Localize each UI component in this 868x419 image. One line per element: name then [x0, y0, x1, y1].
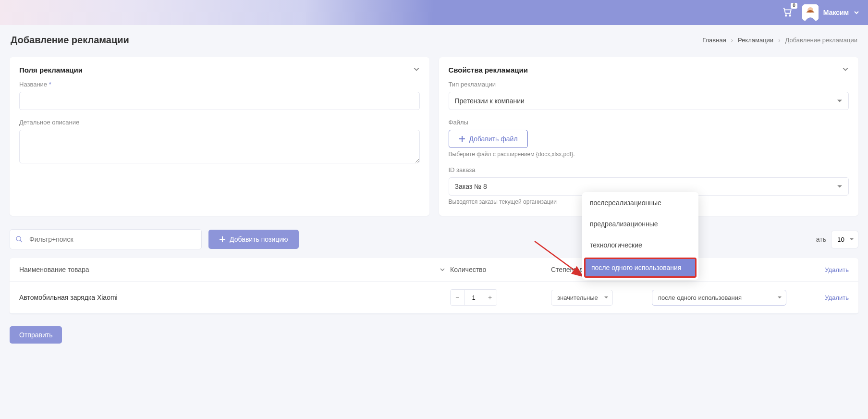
dropdown-option[interactable]: послереализационные: [582, 192, 698, 213]
submit-button[interactable]: Отправить: [10, 326, 62, 344]
desc-textarea[interactable]: [19, 130, 420, 163]
svg-point-0: [785, 14, 787, 16]
chevron-right-icon: ›: [778, 37, 780, 44]
add-position-button[interactable]: Добавить позицию: [208, 230, 299, 249]
th-qty: Количество: [450, 266, 546, 273]
search-input[interactable]: [10, 229, 202, 249]
svg-point-4: [16, 236, 21, 241]
quantity-stepper: − +: [450, 289, 497, 306]
fields-card-title: Поля рекламации: [19, 66, 83, 74]
table-header: Наименование товара Количество Степень д…: [10, 258, 858, 282]
cart-button[interactable]: 0: [782, 7, 793, 19]
page-title: Добавление рекламации: [11, 35, 129, 46]
username: Максим: [823, 9, 849, 16]
desc-label: Детальное описание: [19, 119, 420, 126]
chevron-right-icon: ›: [731, 37, 733, 44]
plus-icon: [459, 136, 465, 142]
th-name: Наименование товара: [19, 266, 89, 273]
add-file-button[interactable]: Добавить файл: [449, 130, 528, 148]
table-row: Автомобильная зарядка Xiaomi − + значите…: [10, 282, 858, 314]
files-hint: Выберите файл с расширением {docx,xlsx,p…: [449, 151, 849, 158]
topbar: 0 Максим: [0, 0, 868, 25]
collapse-button[interactable]: [413, 66, 420, 74]
positions-table: Наименование товара Количество Степень д…: [10, 258, 858, 314]
search-icon: [15, 235, 23, 243]
qty-input[interactable]: [464, 290, 483, 305]
chevron-down-icon: [854, 10, 859, 15]
breadcrumb-current: Добавление рекламации: [785, 37, 857, 44]
fields-card: Поля рекламации Название * Детальное опи…: [10, 57, 429, 216]
plus-icon: [219, 236, 226, 243]
user-menu[interactable]: Максим: [802, 4, 859, 21]
avatar-icon: [802, 4, 819, 21]
collapse-button[interactable]: [842, 66, 849, 74]
row-name: Автомобильная зарядка Xiaomi: [19, 294, 445, 301]
files-label: Файлы: [449, 119, 849, 126]
dropdown-option[interactable]: технологические: [582, 234, 698, 256]
page-head: Добавление рекламации Главная › Рекламац…: [10, 35, 858, 46]
cart-badge: 0: [791, 3, 797, 9]
qty-plus-button[interactable]: +: [483, 290, 497, 305]
avatar: [802, 4, 819, 21]
chevron-down-icon: [842, 66, 849, 73]
type-label: Тип рекламации: [449, 81, 849, 88]
chevron-down-icon: [413, 66, 420, 73]
svg-point-1: [789, 14, 791, 16]
row-delete-link[interactable]: Удалить: [791, 294, 849, 301]
stage-dropdown: послереализационные предреализационные т…: [582, 192, 698, 280]
defect-select[interactable]: значительные: [551, 290, 613, 306]
order-label: ID заказа: [449, 166, 849, 173]
stage-select[interactable]: после одного использования: [652, 290, 786, 306]
properties-card-title: Свойства рекламации: [449, 66, 528, 74]
breadcrumb-reclamations[interactable]: Рекламации: [738, 37, 773, 44]
toolbar: Добавить позицию ать 10: [10, 229, 858, 249]
show-label: ать: [816, 235, 826, 243]
dropdown-option[interactable]: предреализационные: [582, 213, 698, 234]
chevron-down-icon[interactable]: [440, 267, 445, 272]
page-size-select[interactable]: 10: [831, 231, 858, 248]
breadcrumb: Главная › Рекламации › Добавление реклам…: [702, 37, 857, 44]
dropdown-option-selected[interactable]: после одного использования: [584, 258, 697, 278]
name-input[interactable]: [19, 92, 420, 110]
name-label: Название *: [19, 81, 420, 88]
th-delete[interactable]: Удалить: [791, 266, 849, 273]
qty-minus-button[interactable]: −: [451, 290, 464, 305]
breadcrumb-home[interactable]: Главная: [702, 37, 726, 44]
type-select[interactable]: Претензии к компании: [449, 92, 849, 110]
